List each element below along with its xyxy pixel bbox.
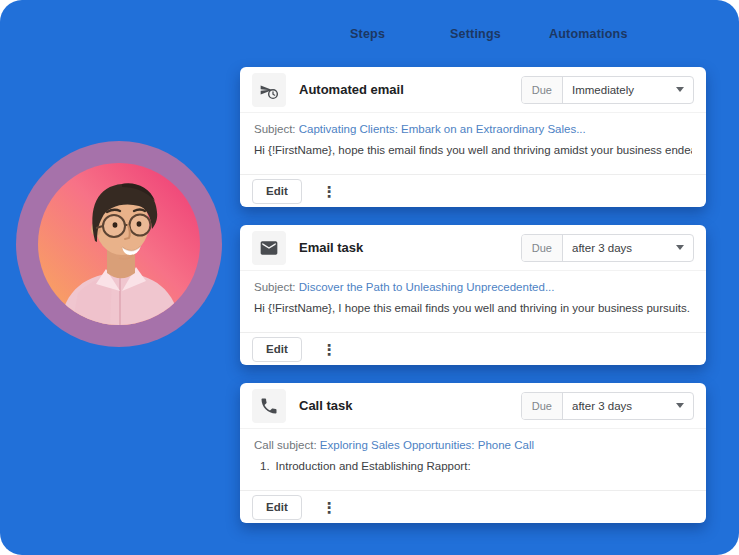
subject-line: Subject: Discover the Path to Unleashing… (254, 281, 692, 293)
subject-link[interactable]: Discover the Path to Unleashing Unpreced… (299, 281, 555, 293)
schedule-send-icon (259, 80, 279, 100)
due-dropdown[interactable]: after 3 days (563, 393, 693, 419)
profile-photo (38, 163, 200, 325)
card-header: Call task Due after 3 days (240, 383, 706, 429)
due-value: after 3 days (572, 400, 632, 412)
kebab-menu-icon[interactable]: ⋮ (318, 340, 341, 359)
step-title: Email task (299, 240, 363, 255)
list-item-number: 1. (260, 460, 270, 472)
due-dropdown[interactable]: Immediately (563, 77, 693, 103)
card-body: Subject: Discover the Path to Unleashing… (240, 271, 706, 332)
list-item-text: Introduction and Establishing Rapport: (276, 460, 471, 472)
due-control: Due after 3 days (521, 392, 694, 420)
edit-button[interactable]: Edit (252, 179, 302, 204)
due-control: Due Immediately (521, 76, 694, 104)
nav-tab-steps[interactable]: Steps (350, 27, 385, 41)
subject-prefix: Call subject: (254, 439, 317, 451)
sequence-step-card-email-task: Email task Due after 3 days Subject: Dis… (240, 225, 706, 365)
email-preview-text: Hi {!FirstName}, I hope this email finds… (254, 302, 692, 314)
due-label: Due (522, 77, 563, 103)
step-title: Call task (299, 398, 352, 413)
step-icon-box (252, 73, 286, 107)
chevron-down-icon (676, 245, 684, 250)
card-footer: Edit ⋮ (240, 174, 706, 207)
card-header: Email task Due after 3 days (240, 225, 706, 271)
email-icon (259, 238, 279, 258)
due-value: after 3 days (572, 242, 632, 254)
sequence-step-card-automated-email: Automated email Due Immediately Subject:… (240, 67, 706, 207)
subject-link[interactable]: Exploring Sales Opportunities: Phone Cal… (320, 439, 534, 451)
card-body: Call subject: Exploring Sales Opportunit… (240, 429, 706, 490)
card-footer: Edit ⋮ (240, 490, 706, 523)
due-control: Due after 3 days (521, 234, 694, 262)
subject-line: Call subject: Exploring Sales Opportunit… (254, 439, 692, 451)
kebab-menu-icon[interactable]: ⋮ (318, 498, 341, 517)
sequence-step-card-call-task: Call task Due after 3 days Call subject:… (240, 383, 706, 523)
edit-button[interactable]: Edit (252, 495, 302, 520)
step-title: Automated email (299, 82, 404, 97)
phone-icon (259, 396, 279, 416)
step-icon-box (252, 231, 286, 265)
avatar-ring (16, 141, 222, 347)
kebab-menu-icon[interactable]: ⋮ (318, 182, 341, 201)
subject-prefix: Subject: (254, 281, 296, 293)
chevron-down-icon (676, 87, 684, 92)
nav-tab-automations[interactable]: Automations (549, 27, 628, 41)
email-preview-text: Hi {!FirstName}, hope this email finds y… (254, 144, 692, 156)
person-illustration (38, 163, 200, 325)
due-value: Immediately (572, 84, 634, 96)
card-body: Subject: Captivating Clients: Embark on … (240, 113, 706, 174)
subject-prefix: Subject: (254, 123, 296, 135)
due-dropdown[interactable]: after 3 days (563, 235, 693, 261)
edit-button[interactable]: Edit (252, 337, 302, 362)
chevron-down-icon (676, 403, 684, 408)
card-footer: Edit ⋮ (240, 332, 706, 365)
due-label: Due (522, 393, 563, 419)
step-icon-box (252, 389, 286, 423)
due-label: Due (522, 235, 563, 261)
nav-tab-settings[interactable]: Settings (450, 27, 501, 41)
subject-line: Subject: Captivating Clients: Embark on … (254, 123, 692, 135)
app-canvas: Steps Settings Automations (0, 0, 739, 555)
subject-link[interactable]: Captivating Clients: Embark on an Extrao… (299, 123, 586, 135)
call-script-list-item: 1. Introduction and Establishing Rapport… (254, 460, 692, 472)
card-header: Automated email Due Immediately (240, 67, 706, 113)
